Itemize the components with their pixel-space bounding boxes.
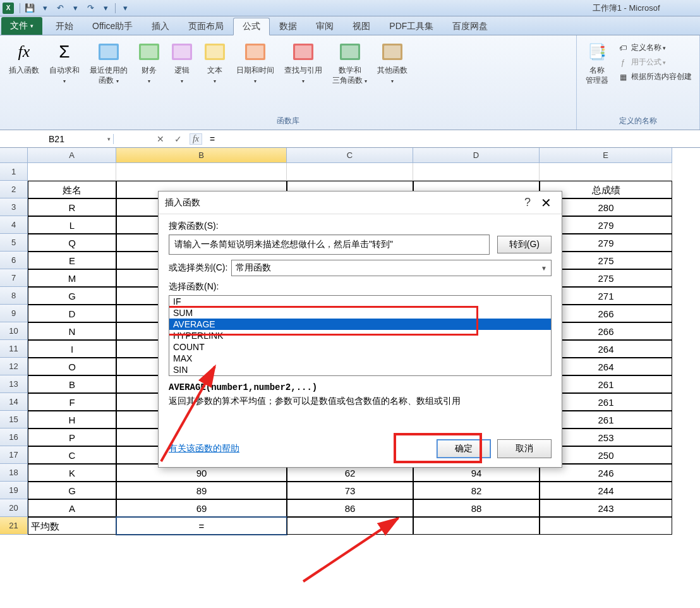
row-header[interactable]: 4 [0,216,28,234]
cell[interactable] [287,163,413,181]
column-header[interactable]: E [540,148,672,163]
column-header[interactable]: D [413,148,540,163]
undo-icon[interactable]: ↶ [53,1,67,15]
cell[interactable]: 平均数 [28,517,116,535]
math-button[interactable]: 数学和 三角函数 ▾ [327,38,372,88]
name-manager-button[interactable]: 📑 名称 管理器 [581,38,613,88]
cell[interactable] [116,163,287,181]
accept-formula-icon[interactable]: ✓ [169,131,187,147]
dialog-close-icon[interactable]: ✕ [537,195,555,210]
cell[interactable] [540,163,672,181]
cell[interactable]: R [28,198,116,216]
cell[interactable]: K [28,464,116,482]
dialog-titlebar[interactable]: 插入函数 ? ✕ [159,192,562,214]
cell[interactable]: 69 [116,499,287,517]
cell[interactable]: 82 [413,482,540,499]
logical-button[interactable]: 逻辑▾ [166,38,198,88]
create-from-selection-button[interactable]: ▦根据所选内容创建 [613,70,696,84]
cell[interactable]: G [28,287,116,305]
save-icon[interactable]: 💾 [23,1,37,15]
ribbon-tab-5[interactable]: 数据 [270,17,306,35]
formula-input[interactable]: = [205,134,700,144]
cell[interactable]: I [28,340,116,358]
cell[interactable] [413,517,540,535]
row-header[interactable]: 18 [0,464,28,482]
row-header[interactable]: 13 [0,375,28,393]
ribbon-tab-4[interactable]: 公式 [233,18,270,35]
ribbon-tab-0[interactable]: 开始 [46,17,83,35]
qat-dropdown-3[interactable]: ▾ [99,1,112,15]
cell[interactable]: O [28,358,116,375]
cell[interactable]: 244 [540,482,672,499]
ribbon-tab-2[interactable]: 插入 [142,17,179,35]
cell[interactable]: D [28,305,116,322]
ribbon-tab-6[interactable]: 审阅 [306,17,343,35]
cancel-formula-icon[interactable]: ✕ [152,131,169,147]
cell[interactable]: H [28,411,116,429]
cell[interactable]: 89 [116,482,287,499]
column-header[interactable]: B [116,148,287,163]
cell[interactable] [540,517,672,535]
cell[interactable]: G [28,482,116,499]
row-header[interactable]: 17 [0,446,28,464]
text-button[interactable]: 文本▾ [198,38,231,88]
cancel-button[interactable]: 取消 [497,439,552,458]
qat-dropdown-1[interactable]: ▾ [38,1,52,15]
cell[interactable]: N [28,322,116,340]
ribbon-tab-1[interactable]: Office助手 [83,17,142,35]
cell[interactable] [413,163,540,181]
cell[interactable]: 姓名 [28,181,116,198]
datetime-button[interactable]: 日期和时间▾ [231,38,279,88]
row-header[interactable]: 1 [0,163,28,181]
row-header[interactable]: 6 [0,252,28,269]
other-functions-button[interactable]: 其他函数▾ [372,38,413,88]
cell[interactable]: Q [28,234,116,252]
function-list-item[interactable]: SIN [169,364,551,375]
cell[interactable]: 243 [540,499,672,517]
row-header[interactable]: 2 [0,181,28,198]
row-header[interactable]: 20 [0,499,28,517]
cell[interactable]: B [28,375,116,393]
cell[interactable]: E [28,252,116,269]
ribbon-tab-7[interactable]: 视图 [343,17,380,35]
function-help-link[interactable]: 有关该函数的帮助 [169,443,239,454]
function-list-item[interactable]: HYPERLINK [169,330,551,341]
select-all-corner[interactable] [0,148,28,163]
lookup-button[interactable]: 查找与引用▾ [279,38,327,88]
row-header[interactable]: 16 [0,429,28,446]
row-header[interactable]: 14 [0,393,28,411]
row-header[interactable]: 12 [0,358,28,375]
function-list[interactable]: IFSUMAVERAGEHYPERLINKCOUNTMAXSIN [169,295,552,376]
column-header[interactable]: A [28,148,116,163]
function-list-item[interactable]: COUNT [169,341,551,353]
ribbon-tab-8[interactable]: PDF工具集 [380,17,443,35]
row-header[interactable]: 10 [0,322,28,340]
row-header[interactable]: 8 [0,287,28,305]
dialog-help-icon[interactable]: ? [518,196,537,209]
ribbon-tab-3[interactable]: 页面布局 [179,17,233,35]
row-header[interactable]: 11 [0,340,28,358]
recent-functions-button[interactable]: 最近使用的 函数 ▾ [85,38,133,88]
cell[interactable]: C [28,446,116,464]
row-header[interactable]: 19 [0,482,28,499]
cell[interactable]: 86 [287,499,413,517]
redo-icon[interactable]: ↷ [83,1,97,15]
cell[interactable]: = [116,517,287,535]
name-box[interactable]: B21▾ [0,134,114,144]
use-in-formula-button[interactable]: ƒ用于公式 ▾ [613,55,696,70]
cell[interactable]: 73 [287,482,413,499]
autosum-button[interactable]: Σ 自动求和▾ [44,38,85,88]
cell[interactable]: 88 [413,499,540,517]
cell[interactable]: A [28,499,116,517]
insert-function-button[interactable]: fx 插入函数 [4,38,44,78]
category-select[interactable]: 常用函数 ▼ [231,260,552,276]
row-header[interactable]: 5 [0,234,28,252]
row-header[interactable]: 9 [0,305,28,322]
row-header[interactable]: 15 [0,411,28,429]
cell[interactable] [28,163,116,181]
cell[interactable] [287,517,413,535]
fx-button[interactable]: fx [187,131,205,147]
financial-button[interactable]: 财务▾ [133,38,166,88]
qat-dropdown-2[interactable]: ▾ [68,1,82,15]
function-list-item[interactable]: MAX [169,353,551,364]
